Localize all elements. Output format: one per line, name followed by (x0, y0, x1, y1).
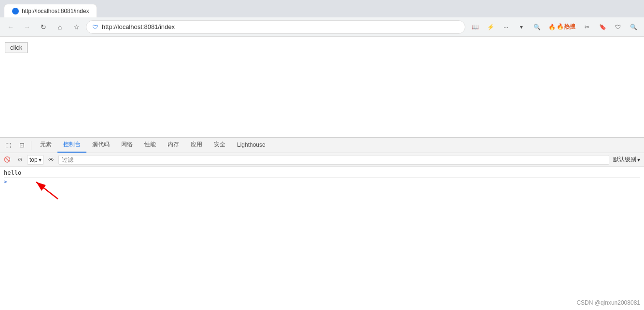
tab-title: http://localhost:8081/index (22, 8, 89, 14)
context-selector[interactable]: top ▾ (27, 155, 44, 165)
click-button[interactable]: click (5, 42, 28, 53)
more-button[interactable]: ··· (499, 20, 513, 34)
context-label: top (29, 156, 38, 163)
lightning-button[interactable]: ⚡ (484, 20, 497, 34)
url-text: http://localhost:8081/index (102, 23, 459, 30)
console-arrow-icon: > (4, 178, 7, 186)
tab-security[interactable]: 安全 (208, 138, 231, 153)
bookmark-star-button[interactable]: ☆ (70, 20, 83, 34)
devtools-tabs: 元素 控制台 源代码 网络 性能 内存 应用 安全 Lighthouse (34, 138, 642, 153)
tab-lighthouse[interactable]: Lighthouse (231, 139, 271, 152)
default-level-dropdown-icon: ▾ (637, 156, 640, 163)
home-button[interactable]: ⌂ (53, 20, 67, 34)
devtools-top-toolbar: ⬚ ⊡ 元素 控制台 源代码 网络 性能 内存 应用 安全 Lighthouse (0, 138, 644, 153)
console-toolbar: 🚫 ⊘ top ▾ 👁 默认级别 ▾ (0, 153, 644, 167)
shield-icon-button[interactable]: 🛡 (611, 20, 625, 34)
default-level-button[interactable]: 默认级别 ▾ (611, 155, 642, 164)
tab-bar: http://localhost:8081/index (0, 0, 644, 17)
chevron-down-button[interactable]: ▾ (515, 20, 528, 34)
default-level-label: 默认级别 (613, 155, 636, 164)
search-icon-button[interactable]: 🔍 (627, 20, 640, 34)
hot-search-button[interactable]: 🔥🔥热搜 (546, 22, 578, 32)
red-arrow-annotation (29, 172, 68, 201)
hello-text: hello (4, 169, 21, 177)
toolbar-divider (31, 141, 31, 150)
filter-input[interactable] (58, 155, 609, 165)
bookmark-icon-button[interactable]: 🔖 (596, 20, 609, 34)
watermark: CSDN @qinxun2008081 (576, 299, 640, 306)
clear-console-button[interactable]: 🚫 (2, 155, 13, 165)
inspect-element-icon[interactable]: ⬚ (2, 139, 14, 152)
cut-button[interactable]: ✂ (580, 20, 594, 34)
tab-application[interactable]: 应用 (185, 138, 208, 153)
console-prompt-line[interactable]: > (4, 178, 640, 186)
tab-memory[interactable]: 内存 (162, 138, 185, 153)
tab-console[interactable]: 控制台 (57, 138, 86, 153)
search-button[interactable]: 🔍 (530, 20, 544, 34)
security-shield-icon: 🛡 (92, 24, 98, 30)
tab-network[interactable]: 网络 (115, 138, 139, 153)
nav-toolbar: ← → ↻ ⌂ ☆ 🛡 http://localhost:8081/index … (0, 17, 644, 37)
tab-elements[interactable]: 元素 (34, 138, 57, 153)
forward-button[interactable]: → (20, 20, 34, 34)
device-toggle-icon[interactable]: ⊡ (15, 139, 28, 152)
console-log-hello: hello (4, 169, 640, 178)
console-output: hello > (0, 167, 644, 310)
page-content: click (0, 37, 644, 152)
devtools-panel: ⬚ ⊡ 元素 控制台 源代码 网络 性能 内存 应用 安全 Lighthouse… (0, 137, 644, 310)
stop-button[interactable]: ⊘ (14, 155, 25, 165)
tab-favicon (12, 8, 19, 14)
tab-sources[interactable]: 源代码 (86, 138, 115, 153)
toolbar-right: 📖 ⚡ ··· ▾ 🔍 🔥🔥热搜 ✂ 🔖 🛡 🔍 (468, 20, 640, 34)
context-dropdown-icon: ▾ (39, 156, 42, 163)
reader-mode-button[interactable]: 📖 (468, 20, 482, 34)
browser-tab[interactable]: http://localhost:8081/index (4, 4, 97, 17)
refresh-button[interactable]: ↻ (37, 20, 50, 34)
tab-performance[interactable]: 性能 (139, 138, 162, 153)
browser-chrome: http://localhost:8081/index ← → ↻ ⌂ ☆ 🛡 … (0, 0, 644, 37)
address-bar[interactable]: 🛡 http://localhost:8081/index (86, 20, 465, 34)
back-button[interactable]: ← (4, 20, 17, 34)
eye-button[interactable]: 👁 (46, 155, 56, 165)
